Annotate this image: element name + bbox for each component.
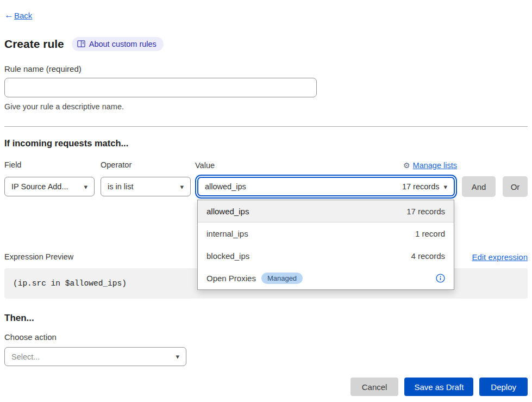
chevron-down-icon: ▾ [180,183,184,191]
rule-name-helper: Give your rule a descriptive name. [4,102,528,112]
section-divider [4,126,528,127]
action-select[interactable]: Select... ▾ [4,347,186,366]
manage-lists-label: Manage lists [413,161,457,170]
condition-row: IP Source Add... ▾ is in list ▾ allowed_… [4,175,528,198]
edit-expression-link[interactable]: Edit expression [472,252,528,262]
operator-select-value: is in list [108,182,134,191]
rule-name-input[interactable] [4,78,317,97]
back-arrow-icon: ← [4,10,14,21]
title-row: Create rule About custom rules [4,36,528,52]
info-icon[interactable] [436,274,445,283]
back-link-label: Back [14,11,32,20]
list-item-allowed-ips[interactable]: allowed_ips 17 records [198,200,454,222]
field-select[interactable]: IP Source Add... ▾ [4,177,95,196]
about-custom-rules-link[interactable]: About custom rules [72,37,164,51]
gear-icon: ⚙ [403,161,410,170]
choose-action-label: Choose action [4,332,528,342]
and-button[interactable]: And [462,176,496,197]
then-section-heading: Then... [4,313,528,324]
field-select-value: IP Source Add... [11,182,68,191]
back-link[interactable]: ←Back [4,10,32,21]
value-select[interactable]: allowed_ips 17 records ▾ [197,177,455,196]
operator-select[interactable]: is in list ▾ [101,177,191,196]
about-custom-rules-label: About custom rules [89,40,157,48]
save-as-draft-button[interactable]: Save as Draft [404,378,473,396]
deploy-button[interactable]: Deploy [479,378,528,396]
cancel-button[interactable]: Cancel [351,378,399,396]
list-item-open-proxies[interactable]: Open Proxies Managed [198,267,454,289]
match-section-heading: If incoming requests match... [4,138,528,149]
list-dropdown-menu: allowed_ips 17 records internal_ips 1 re… [197,200,454,290]
chevron-down-icon: ▾ [176,352,179,361]
condition-labels-row: Field Operator Value ⚙ Manage lists [4,160,528,170]
value-select-records: 17 records [402,182,440,191]
operator-label: Operator [101,160,191,170]
expression-preview-label: Expression Preview [4,252,73,261]
chevron-down-icon: ▾ [443,183,447,191]
action-select-placeholder: Select... [11,352,40,361]
rule-name-label: Rule name (required) [4,64,528,74]
manage-lists-link[interactable]: ⚙ Manage lists [403,161,457,170]
value-label: Value [195,161,215,170]
book-icon [77,40,85,48]
list-item-blocked-ips[interactable]: blocked_ips 4 records [198,245,454,267]
back-row: ←Back [4,10,528,21]
managed-badge: Managed [261,273,303,284]
value-select-name: allowed_ips [205,182,246,191]
footer-actions: Cancel Save as Draft Deploy [4,378,528,396]
create-rule-page: ←Back Create rule About custom rules Rul… [0,0,532,402]
chevron-down-icon: ▾ [84,183,87,191]
or-button[interactable]: Or [503,176,528,197]
field-label: Field [4,160,95,170]
page-title: Create rule [4,38,64,51]
list-item-internal-ips[interactable]: internal_ips 1 record [198,222,454,245]
